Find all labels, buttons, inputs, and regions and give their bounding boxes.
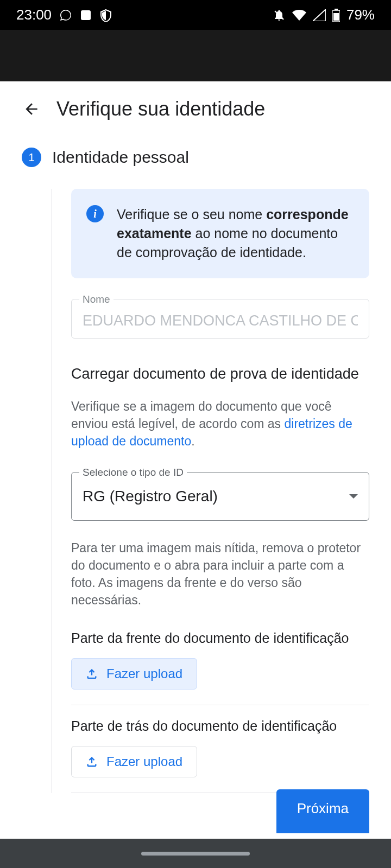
status-time: 23:00 bbox=[16, 7, 52, 23]
front-upload-button[interactable]: Fazer upload bbox=[71, 658, 197, 690]
upload-section-title: Carregar documento de prova de identidad… bbox=[71, 366, 369, 382]
id-type-value: RG (Registro Geral) bbox=[83, 488, 218, 505]
battery-icon bbox=[332, 9, 340, 22]
whatsapp-icon bbox=[59, 9, 72, 22]
step-title: Identidade pessoal bbox=[52, 148, 189, 167]
id-instructions: Para ter uma imagem mais nítida, remova … bbox=[71, 539, 369, 609]
nav-bar bbox=[0, 839, 391, 868]
chevron-down-icon bbox=[349, 494, 358, 499]
app-header-dark bbox=[0, 30, 391, 81]
name-field-label: Nome bbox=[79, 293, 113, 305]
info-text: Verifique se o seu nome corresponde exat… bbox=[117, 205, 354, 262]
wifi-icon bbox=[292, 10, 306, 21]
page-title: Verifique sua identidade bbox=[56, 98, 265, 120]
nav-handle[interactable] bbox=[141, 852, 250, 856]
shield-icon bbox=[99, 9, 112, 22]
info-icon: i bbox=[86, 205, 104, 222]
upload-icon bbox=[86, 756, 98, 768]
square-icon bbox=[80, 9, 92, 21]
name-field-value: EDUARDO MENDONCA CASTILHO DE OLI bbox=[83, 312, 358, 329]
step-content: i Verifique se o seu nome corresponde ex… bbox=[52, 189, 369, 793]
info-alert: i Verifique se o seu nome corresponde ex… bbox=[71, 189, 369, 278]
svg-rect-4 bbox=[333, 13, 339, 21]
next-button[interactable]: Próxima bbox=[276, 789, 369, 833]
back-upload-title: Parte de trás do documento de identifica… bbox=[71, 718, 369, 734]
status-bar: 23:00 79% bbox=[0, 0, 391, 30]
back-button[interactable] bbox=[22, 99, 41, 119]
id-type-label: Selecione o tipo de ID bbox=[79, 467, 187, 478]
back-upload-label: Fazer upload bbox=[106, 754, 182, 769]
name-field[interactable]: Nome EDUARDO MENDONCA CASTILHO DE OLI bbox=[71, 299, 369, 339]
back-upload-button[interactable]: Fazer upload bbox=[71, 746, 197, 777]
upload-helper-text: Verifique se a imagem do documento que v… bbox=[71, 398, 369, 450]
status-right: 79% bbox=[273, 7, 375, 23]
page-header: Verifique sua identidade bbox=[22, 98, 369, 120]
svg-rect-0 bbox=[81, 10, 91, 20]
front-upload-label: Fazer upload bbox=[106, 666, 182, 681]
step-number: 1 bbox=[22, 148, 41, 167]
front-upload-title: Parte da frente do documento de identifi… bbox=[71, 630, 369, 646]
notification-off-icon bbox=[273, 9, 286, 22]
step-header: 1 Identidade pessoal bbox=[22, 148, 369, 167]
divider bbox=[71, 705, 369, 705]
id-type-select[interactable]: Selecione o tipo de ID RG (Registro Gera… bbox=[71, 472, 369, 521]
content-area: Verifique sua identidade 1 Identidade pe… bbox=[0, 81, 391, 793]
status-left: 23:00 bbox=[16, 7, 112, 23]
battery-percent: 79% bbox=[346, 7, 375, 23]
signal-icon bbox=[313, 9, 326, 21]
upload-icon bbox=[86, 668, 98, 680]
